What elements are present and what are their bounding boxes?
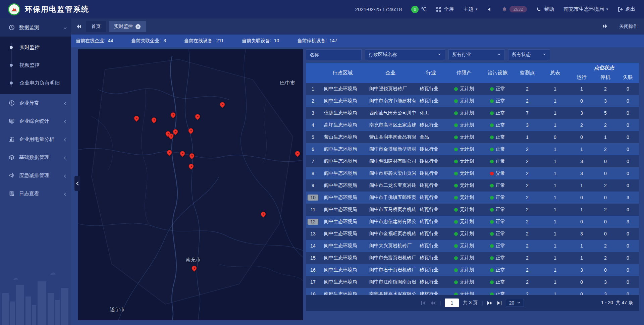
cell-total-meters: 1 [541,207,569,212]
sidebar-subitem-实时监控[interactable]: 实时监控 [0,39,71,56]
help-button[interactable]: 帮助 [536,6,554,12]
table-row[interactable]: 18南部生态环境局南部县建兴水泥有限公建材行业无计划正常21030 [306,288,639,295]
col-monitoring-points: 监测点 [514,63,541,83]
table-row[interactable]: 17阆中生态环境局阆中市江南镇阆南页岩砖瓦行业无计划正常21030 [306,276,639,288]
cell-total-meters: 1 [541,159,569,164]
status-dot-green [490,160,494,163]
close-operations-button[interactable]: 关闭操作 [619,23,638,30]
bullet-icon [10,82,13,85]
cell-pollution-facility: 正常 [482,243,514,249]
table-row[interactable]: 11阆中生态环境局阆中市五马桥页岩机砖砖瓦行业无计划正常21120 [306,204,639,216]
theme-menu-button[interactable]: 主题▾ [463,6,478,12]
row-index: 9 [306,183,320,188]
table-row[interactable]: 10阆中生态环境局阆中市千佛镇五郎垭页砖瓦行业无计划正常21003 [306,192,639,204]
cell-pollution-facility: 正常 [482,86,514,92]
sidebar-item-企业用电量分析[interactable]: 企业用电量分析 [0,130,71,148]
org-menu-button[interactable]: 南充市生态环境局▾ [564,6,608,12]
name-filter-input[interactable] [310,52,358,57]
sidebar-item-应急减排管理[interactable]: 应急减排管理 [0,166,71,184]
fullscreen-button[interactable]: 全屏 [436,6,454,12]
table-row[interactable]: 14阆中生态环境局阆中大兴页岩机砖厂砖瓦行业无计划正常21120 [306,240,639,252]
cell-offline: 0 [617,98,639,104]
mute-button[interactable] [487,7,492,12]
tab-close-icon[interactable]: × [136,24,141,29]
row-index: 12 [306,219,320,225]
first-page-button[interactable] [421,301,426,305]
last-page-button[interactable] [496,301,502,305]
table-row[interactable]: 12阆中生态环境局阆中市忠信建材有限公砖瓦行业无计划正常21003 [306,216,639,228]
production-limit-label: 无计划 [460,231,474,237]
map-panel[interactable]: 巴中市南充市遂宁市 [78,49,303,320]
status-dot-green [454,244,458,248]
industry-filter-select[interactable]: 所有行业 [448,49,505,60]
table-row[interactable]: 13阆中生态环境局阆中市金福旺页岩机砖砖瓦行业无计划正常21300 [306,228,639,240]
cell-stopped: 2 [594,86,617,92]
double-left-icon [76,24,82,29]
cell-production-limit: 无计划 [446,134,482,140]
col-region: 行政区域 [320,63,365,83]
name-filter-field[interactable] [306,49,362,60]
cell-total-meters: 1 [541,171,569,176]
production-limit-label: 无计划 [460,219,474,225]
cell-stopped: 5 [594,110,617,116]
page-size-select[interactable]: 20 [506,299,524,307]
cell-offline: 0 [617,279,639,285]
sidebar-item-企业综合统计[interactable]: 企业综合统计 [0,112,71,130]
first-page-icon [421,301,426,305]
sidebar-item-企业异常[interactable]: 企业异常 [0,94,71,112]
table-row[interactable]: 2阆中生态环境局阆中市南方节能建材有砖瓦行业无计划正常21030 [306,95,639,107]
tabs-scroll-right-button[interactable] [602,24,608,30]
next-page-button[interactable] [487,301,492,305]
stat-value: 10 [274,38,279,43]
table-row[interactable]: 3仪陇生态环境局西南油气田分公司川中化工无计划正常71350 [306,107,639,119]
sidebar-subitem-label: 实时监控 [19,44,40,51]
cell-production-limit: 无计划 [446,243,482,249]
cell-running: 0 [569,98,594,104]
filter-bar: 行政区域名称 所有行业 所有状态 [306,49,639,60]
row-index: 15 [306,255,320,261]
table-row[interactable]: 15阆中生态环境局阆中市光富页岩机砖厂砖瓦行业无计划正常21120 [306,252,639,264]
cell-monitoring-points: 2 [514,279,541,285]
status-filter-select[interactable]: 所有状态 [508,49,550,60]
chevron-left-icon [63,155,67,159]
table-row[interactable]: 1阆中生态环境局阆中强锐页岩砖厂砖瓦行业无计划正常21120 [306,83,639,95]
sidebar-subitem-企业电力负荷明细[interactable]: 企业电力负荷明细 [0,74,71,92]
cell-pollution-facility: 正常 [482,110,514,116]
prev-page-button[interactable] [430,301,436,305]
tab-home[interactable]: 首页 [86,21,106,32]
stat-当前停机设备: 当前停机设备: 147 [297,38,337,44]
table-row[interactable]: 9阆中生态环境局阆中市二龙长宝页岩砖砖瓦行业无计划正常21120 [306,179,639,192]
cell-stopped: 2 [594,147,617,152]
page-number-input[interactable] [445,299,459,307]
col-stopped: 停机 [594,71,617,83]
facility-status-label: 正常 [496,182,505,188]
table-row[interactable]: 4高坪生态环境局南充市高坪区王家店建砖瓦行业无计划正常31220 [306,119,639,131]
cell-region: 阆中生态环境局 [320,98,365,104]
production-limit-label: 无计划 [460,86,474,92]
logout-button[interactable]: 退出 [618,6,635,12]
status-dot-green [454,87,458,91]
table-row[interactable]: 7阆中生态环境局阆中明阳建材有限公司砖瓦行业无计划正常21300 [306,155,639,167]
table-row[interactable]: 5营山生态环境局营山县润丰肉食品有限食品无计划正常10010 [306,131,639,143]
cell-running: 1 [569,255,594,261]
tab-realtime-monitoring[interactable]: 实时监控 × [109,21,146,32]
table-row[interactable]: 6阆中生态环境局阆中市金博瑞新型墙材砖瓦行业无计划正常21120 [306,143,639,155]
cell-company: 阆中市枣碧大梁山页岩 [365,170,416,176]
cell-monitoring-points: 7 [514,110,541,116]
sidebar-item-label: 数据监测 [19,24,63,31]
status-dot-green [454,232,458,236]
sidebar-collapse-handle[interactable] [74,176,80,191]
notifications-button[interactable]: 2632 [502,6,527,12]
cell-production-limit: 无计划 [446,267,482,273]
status-dot-green [490,244,494,248]
facility-status-label: 正常 [496,267,505,273]
sidebar-item-基础数据管理[interactable]: 基础数据管理 [0,148,71,166]
cell-region: 阆中生态环境局 [320,195,365,201]
sidebar-subitem-视频监控[interactable]: 视频监控 [0,56,71,74]
table-row[interactable]: 16阆中生态环境局阆中市石子页岩机砖厂砖瓦行业无计划正常21300 [306,264,639,276]
sidebar-item-日志查看[interactable]: 日志查看 [0,184,71,203]
table-row[interactable]: 8阆中生态环境局阆中市枣碧大梁山页岩砖瓦行业无计划异常21300 [306,167,639,179]
tabs-scroll-left-button[interactable] [74,24,83,29]
sidebar-item-数据监测[interactable]: 数据监测 [0,18,71,37]
region-filter-select[interactable]: 行政区域名称 [365,49,445,60]
